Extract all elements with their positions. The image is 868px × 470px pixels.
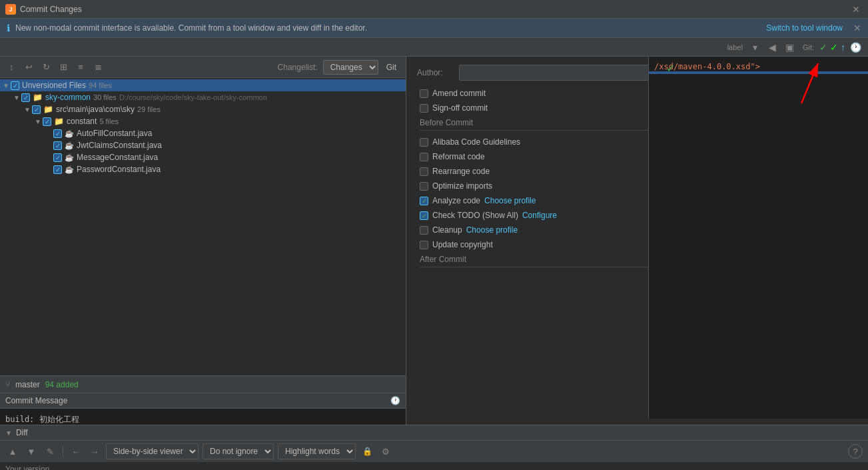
info-icon: ℹ bbox=[7, 23, 10, 33]
sky-common-name: sky-common bbox=[45, 93, 91, 102]
commit-history-icon[interactable]: 🕐 bbox=[390, 396, 400, 405]
changelist-label: Changelist: bbox=[278, 63, 318, 72]
switch-to-tool-window-link[interactable]: Switch to tool window bbox=[766, 23, 843, 33]
message-name: MessageConstant.java bbox=[77, 153, 158, 162]
tree-item-root[interactable]: ▼ ✓ Unversioned Files 94 files bbox=[0, 79, 406, 91]
highlight-select[interactable]: Highlight words bbox=[278, 443, 356, 459]
autofill-checkbox[interactable]: ✓ bbox=[53, 129, 62, 138]
refresh-button[interactable]: ↻ bbox=[39, 60, 53, 75]
constant-folder-icon: 📁 bbox=[54, 117, 64, 126]
constant-checkbox[interactable]: ✓ bbox=[43, 117, 51, 126]
cleanup-profile-link[interactable]: Choose profile bbox=[466, 225, 518, 235]
reformat-label: Reformat code bbox=[432, 152, 485, 161]
root-checkbox[interactable]: ✓ bbox=[11, 81, 19, 90]
tree-item-password[interactable]: ▶ ✓ ☕ PasswordConstant.java bbox=[0, 163, 406, 175]
tree-item-src[interactable]: ▼ ✓ 📁 src\main\java\com\sky 29 files bbox=[0, 103, 406, 115]
sky-common-checkbox[interactable]: ✓ bbox=[21, 93, 30, 102]
help-button[interactable]: ? bbox=[848, 444, 863, 459]
sign-off-label: Sign-off commit bbox=[432, 103, 488, 113]
added-badge: 94 added bbox=[45, 380, 79, 389]
analyze-profile-link[interactable]: Choose profile bbox=[484, 196, 536, 205]
code-content: /xsd/maven-4.0.0.xsd"> bbox=[649, 57, 868, 79]
left-panel: ↕ ↩ ↻ ⊞ ≡ ≣ Changelist: Changes Git ▼ ✓ … bbox=[0, 57, 406, 464]
green-check-overlay: ✓ bbox=[666, 62, 675, 75]
optimize-checkbox[interactable] bbox=[420, 182, 428, 191]
tree-item-constant[interactable]: ▼ ✓ 📁 constant 5 files bbox=[0, 115, 406, 127]
tree-item-message[interactable]: ▶ ✓ ☕ MessageConstant.java bbox=[0, 151, 406, 163]
code-panel: /xsd/maven-4.0.0.xsd"> bbox=[648, 57, 868, 419]
expand-all-button[interactable]: ↕ bbox=[4, 60, 19, 75]
todo-configure-link[interactable]: Configure bbox=[522, 211, 557, 220]
todo-label: Check TODO (Show All) bbox=[432, 211, 518, 220]
jwt-checkbox[interactable]: ✓ bbox=[53, 141, 62, 150]
window-title: Commit Changes bbox=[20, 5, 82, 14]
group-button[interactable]: ⊞ bbox=[56, 60, 71, 75]
copyright-checkbox[interactable] bbox=[420, 241, 428, 249]
ignore-select[interactable]: Do not ignore bbox=[203, 443, 274, 459]
diff-area: ▼ Diff ▲ ▼ ✎ ← → Side-by-side viewer Do … bbox=[0, 425, 868, 470]
src-checkbox[interactable]: ✓ bbox=[32, 105, 41, 114]
src-name: src\main\java\com\sky bbox=[56, 105, 135, 114]
banner-text: New non-modal commit interface is availa… bbox=[15, 23, 761, 33]
git-push-icon: ↑ bbox=[841, 42, 845, 53]
window-close-button[interactable]: ✕ bbox=[849, 3, 863, 16]
viewer-select[interactable]: Side-by-side viewer bbox=[106, 443, 199, 459]
root-name: Unversioned Files bbox=[22, 81, 86, 90]
rearrange-checkbox[interactable] bbox=[420, 167, 428, 176]
dropdown-button[interactable]: ▾ bbox=[748, 40, 763, 55]
diff-edit-button[interactable]: ✎ bbox=[43, 444, 57, 459]
password-java-icon: ☕ bbox=[65, 165, 74, 174]
lock-button[interactable]: 🔒 bbox=[360, 444, 374, 459]
diff-back-button[interactable]: ← bbox=[69, 444, 83, 459]
diff-header: ▼ Diff bbox=[0, 425, 868, 441]
copyright-label: Update copyright bbox=[432, 240, 493, 249]
cleanup-checkbox[interactable] bbox=[420, 226, 428, 235]
your-version-label: Your version bbox=[0, 462, 868, 470]
diff-forward-button[interactable]: → bbox=[87, 444, 102, 459]
cleanup-label: Cleanup bbox=[432, 225, 462, 235]
message-checkbox[interactable]: ✓ bbox=[53, 153, 62, 162]
banner-close-button[interactable]: ✕ bbox=[853, 23, 861, 33]
diff-title: Diff bbox=[16, 428, 28, 437]
constant-count: 5 files bbox=[99, 117, 119, 125]
branch-icon: ⑂ bbox=[5, 380, 10, 389]
src-count: 29 files bbox=[137, 105, 161, 113]
filter-btn-2[interactable]: ≣ bbox=[91, 60, 105, 75]
alibaba-checkbox[interactable] bbox=[420, 138, 428, 147]
jwt-name: JwtClaimsConstant.java bbox=[77, 141, 162, 150]
autofill-java-icon: ☕ bbox=[65, 129, 74, 138]
git-check-active-icon: ✓ bbox=[830, 42, 838, 53]
diff-down-button[interactable]: ▼ bbox=[24, 444, 39, 459]
filter-btn-1[interactable]: ≡ bbox=[73, 60, 88, 75]
rollback-button[interactable]: ↩ bbox=[21, 60, 36, 75]
commit-message-header: Commit Message 🕐 bbox=[0, 393, 406, 409]
password-checkbox[interactable]: ✓ bbox=[53, 165, 62, 174]
constant-name: constant bbox=[67, 117, 97, 126]
info-banner: ℹ New non-modal commit interface is avai… bbox=[0, 19, 868, 38]
tree-item-sky-common[interactable]: ▼ ✓ 📁 sky-common 30 files D:/course/sky/… bbox=[0, 91, 406, 103]
amend-commit-label: Amend commit bbox=[432, 89, 486, 98]
password-name: PasswordConstant.java bbox=[77, 165, 161, 174]
tree-item-autofill[interactable]: ▶ ✓ ☕ AutoFillConstant.java bbox=[0, 127, 406, 139]
git-history-button[interactable]: 🕐 bbox=[848, 40, 863, 55]
git-tab[interactable]: Git bbox=[381, 61, 402, 73]
changelist-select[interactable]: Changes bbox=[323, 60, 378, 75]
top-toolbar: label ▾ ◀ ▣ Git: ✓ ✓ ↑ 🕐 bbox=[0, 38, 868, 57]
amend-commit-checkbox[interactable] bbox=[420, 89, 428, 98]
settings-button[interactable]: ⚙ bbox=[378, 444, 393, 459]
reformat-checkbox[interactable] bbox=[420, 153, 428, 161]
toolbar-btn-1[interactable]: ◀ bbox=[765, 40, 780, 55]
todo-checkbox[interactable]: ✓ bbox=[420, 211, 428, 220]
sign-off-checkbox[interactable] bbox=[420, 104, 428, 113]
diff-collapse-icon[interactable]: ▼ bbox=[5, 429, 12, 437]
top-toolbar-right: label ▾ ◀ ▣ Git: ✓ ✓ ↑ 🕐 bbox=[727, 40, 863, 55]
status-bar: ⑂ master 94 added bbox=[0, 375, 406, 393]
tree-item-jwt[interactable]: ▶ ✓ ☕ JwtClaimsConstant.java bbox=[0, 139, 406, 151]
panel-toolbar: ↕ ↩ ↻ ⊞ ≡ ≣ Changelist: Changes Git bbox=[0, 57, 406, 78]
sky-common-count: 30 files bbox=[93, 93, 117, 101]
diff-up-button[interactable]: ▲ bbox=[5, 444, 20, 459]
sky-common-path: D:/course/sky/code/sky-take-out/sky-comm… bbox=[119, 93, 267, 101]
toolbar-btn-2[interactable]: ▣ bbox=[783, 40, 797, 55]
diff-toolbar: ▲ ▼ ✎ ← → Side-by-side viewer Do not ign… bbox=[0, 441, 868, 462]
analyze-checkbox[interactable]: ✓ bbox=[420, 197, 428, 205]
